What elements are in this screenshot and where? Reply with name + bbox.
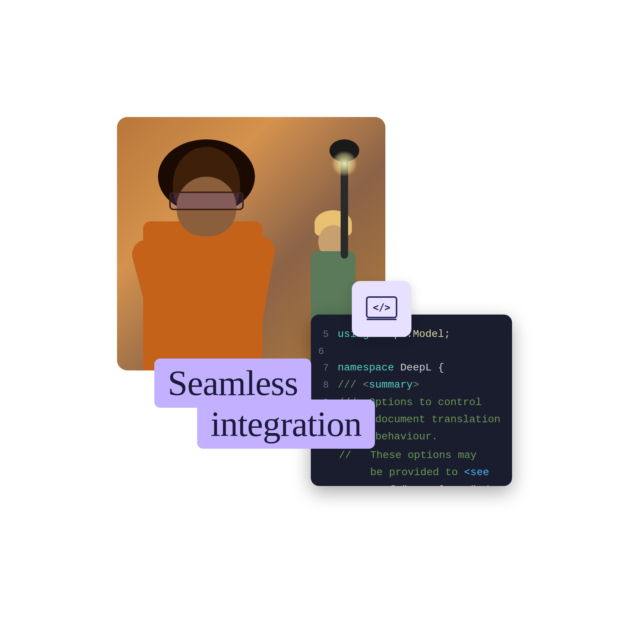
code-text: namespace DeepL { — [338, 359, 444, 376]
integration-label: integration — [197, 400, 375, 449]
integration-text: integration — [211, 404, 362, 444]
empty-line-6: 6 — [318, 343, 501, 359]
line-number: 7 — [318, 359, 329, 376]
lamp-glow — [331, 151, 357, 177]
svg-text:</>: </> — [373, 302, 391, 313]
main-scene: </> 5 using DeepL.Model; 6 7 namespace D… — [117, 117, 527, 527]
code-line-7: 7 namespace DeepL { — [318, 359, 501, 376]
code-brackets-icon: </> — [365, 294, 398, 324]
code-text: /// <summary> — [338, 376, 419, 394]
code-line-10: 10 // These options may be provided to <… — [318, 447, 501, 486]
line-number: 5 — [318, 326, 329, 342]
code-line-8: 8 /// <summary> — [318, 376, 501, 394]
main-person — [128, 139, 270, 370]
code-text: // These options may be provided to <see… — [339, 447, 501, 486]
code-icon-card: </> — [352, 281, 411, 337]
line-number: 6 — [318, 345, 324, 357]
seamless-text: Seamless — [168, 363, 298, 403]
line-number: 8 — [318, 376, 329, 393]
